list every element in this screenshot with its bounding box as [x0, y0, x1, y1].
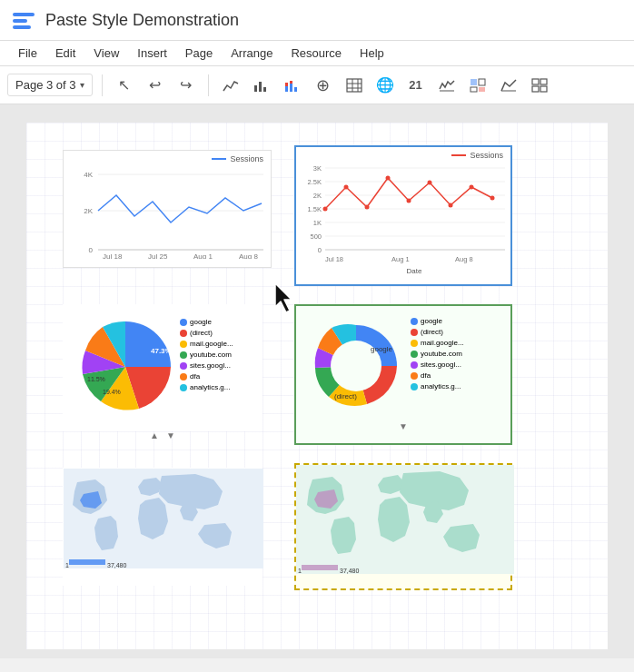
more-charts-button[interactable] [527, 73, 552, 98]
svg-point-55 [407, 199, 411, 203]
menu-arrange[interactable]: Arrange [223, 43, 280, 64]
svg-marker-64 [275, 283, 292, 312]
svg-text:(direct): (direct) [334, 392, 357, 400]
area-chart-button[interactable] [496, 73, 521, 98]
page-label: Page 3 of 3 [15, 78, 76, 92]
app-title: Paste Style Demonstration [45, 11, 239, 30]
svg-rect-80 [69, 559, 105, 565]
page-indicator[interactable]: Page 3 of 3 ▾ [7, 74, 93, 96]
toolbar-separator-2 [208, 74, 209, 96]
add-chart-button[interactable]: ⊕ [311, 73, 336, 98]
globe-button[interactable]: 🌐 [372, 73, 398, 98]
svg-text:1.5K: 1.5K [308, 205, 322, 213]
svg-rect-8 [290, 84, 292, 92]
svg-text:11.5%: 11.5% [87, 376, 105, 382]
pie-right-legend-google: google [421, 317, 442, 325]
svg-rect-17 [471, 79, 477, 85]
line-chart-button[interactable] [218, 73, 243, 98]
svg-rect-10 [294, 87, 297, 92]
table-button[interactable] [342, 73, 367, 98]
menu-bar: File Edit View Insert Page Arrange Resou… [0, 41, 634, 66]
svg-rect-23 [540, 79, 547, 84]
sparkline-button[interactable] [434, 73, 460, 98]
svg-text:0: 0 [89, 246, 94, 254]
bar-chart-button[interactable] [249, 73, 274, 98]
svg-point-59 [490, 196, 495, 201]
pie-right-sort-down-icon[interactable]: ▼ [399, 421, 408, 431]
svg-rect-18 [479, 79, 485, 85]
pie-left-legend-google: google [190, 318, 212, 326]
pie-right-legend-sites: sites.googl... [421, 361, 461, 369]
svg-rect-92 [302, 565, 338, 570]
svg-rect-20 [479, 87, 485, 92]
redo-button[interactable]: ↪ [173, 73, 199, 98]
svg-text:3K: 3K [313, 164, 322, 173]
svg-point-52 [344, 185, 349, 190]
svg-text:19.4%: 19.4% [103, 389, 121, 395]
svg-rect-24 [532, 86, 539, 92]
pivot-button[interactable] [465, 73, 490, 98]
svg-point-51 [323, 207, 328, 212]
menu-resource[interactable]: Resource [283, 43, 349, 64]
red-line-svg: 3K 2.5K 2K 1.5K 1K 500 0 [296, 160, 514, 278]
svg-point-53 [365, 205, 370, 210]
menu-view[interactable]: View [86, 43, 126, 64]
pie-left-legend-analytics: analytics.g... [190, 383, 230, 391]
title-bar: Paste Style Demonstration [0, 0, 634, 41]
svg-rect-6 [285, 86, 288, 92]
svg-text:Jul 25: Jul 25 [148, 252, 168, 259]
red-chart-legend: Sessions [470, 151, 503, 160]
number-button[interactable]: 21 [403, 73, 429, 98]
world-map-right[interactable]: 1 37,480 [294, 463, 512, 590]
blue-line-chart[interactable]: Sessions 4K 2K 0 Jul 18 Jul 25 Aug 1 Aug [63, 150, 272, 268]
svg-rect-11 [347, 79, 362, 92]
stacked-chart-button[interactable] [280, 73, 305, 98]
blue-chart-legend: Sessions [230, 154, 263, 163]
svg-text:47.3%: 47.3% [151, 347, 172, 355]
pie-right-legend-mail: mail.google... [421, 339, 464, 347]
pie-left-legend-direct: (direct) [190, 329, 213, 337]
svg-rect-9 [290, 81, 292, 84]
svg-point-54 [386, 176, 391, 181]
svg-text:1: 1 [65, 562, 69, 568]
svg-rect-22 [532, 79, 539, 84]
red-line-chart[interactable]: Sessions 3K 2.5K 2K 1.5K 1K 500 0 [294, 145, 512, 286]
svg-text:2K: 2K [84, 207, 93, 215]
svg-rect-25 [540, 86, 547, 92]
svg-text:Aug 8: Aug 8 [239, 252, 258, 259]
menu-insert[interactable]: Insert [130, 43, 174, 64]
pie-right-legend-youtube: youtube.com [421, 350, 462, 358]
svg-text:Jul 18: Jul 18 [103, 252, 123, 259]
svg-rect-1 [13, 19, 27, 23]
pie-right-legend-direct: (direct) [421, 328, 443, 336]
menu-page[interactable]: Page [178, 43, 220, 64]
pie-chart-right[interactable]: google (direct) google (direct) mail.goo… [294, 304, 512, 445]
sort-down-icon[interactable]: ▼ [166, 430, 175, 440]
svg-rect-0 [13, 13, 35, 16]
svg-rect-4 [259, 82, 262, 92]
svg-text:37,480: 37,480 [107, 562, 127, 568]
pie-left-legend-sites: sites.googl... [190, 361, 231, 370]
menu-file[interactable]: File [11, 43, 45, 64]
world-map-left-svg: 1 37,480 [64, 469, 263, 568]
sort-up-icon[interactable]: ▲ [150, 430, 159, 440]
menu-edit[interactable]: Edit [48, 43, 83, 64]
app-logo-icon [11, 7, 36, 33]
svg-text:Date: Date [407, 267, 422, 275]
menu-help[interactable]: Help [352, 43, 391, 64]
svg-rect-3 [254, 85, 257, 92]
svg-rect-5 [263, 87, 266, 92]
svg-text:4K: 4K [84, 171, 93, 179]
page-canvas: Sessions 4K 2K 0 Jul 18 Jul 25 Aug 1 Aug [26, 123, 608, 649]
pie-left-svg: 47.3% 19.4% 11.5% [71, 312, 180, 421]
svg-rect-19 [471, 87, 477, 92]
select-tool-button[interactable]: ↖ [112, 73, 137, 98]
pie-left-legend-mail: mail.google... [190, 340, 233, 348]
world-map-left[interactable]: 1 37,480 [63, 468, 263, 586]
pie-chart-left[interactable]: 47.3% 19.4% 11.5% google (direct) mail.g… [63, 304, 263, 431]
svg-text:Aug 1: Aug 1 [193, 252, 213, 259]
svg-text:1: 1 [298, 568, 302, 574]
toolbar-separator [102, 74, 103, 96]
undo-button[interactable]: ↩ [143, 73, 168, 98]
pie-left-legend-youtube: youtube.com [190, 351, 232, 359]
